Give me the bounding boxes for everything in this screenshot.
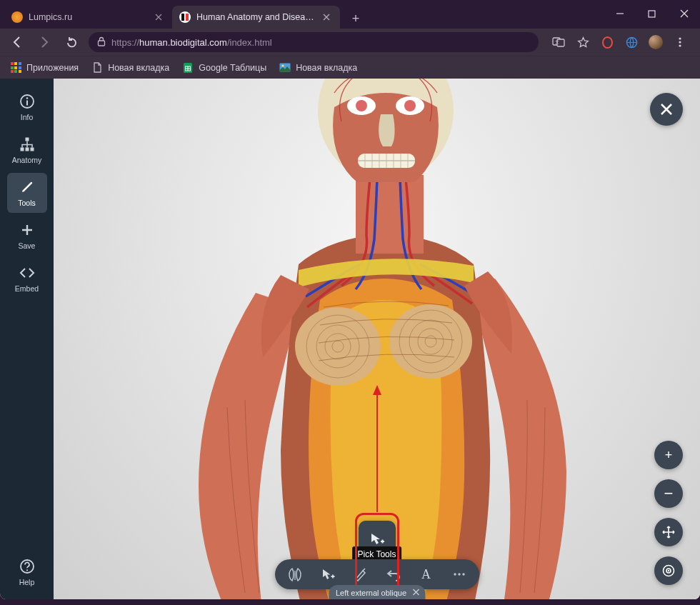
translate-icon[interactable]: 文: [551, 35, 566, 49]
sidebar-item-tools[interactable]: Tools: [7, 173, 47, 213]
svg-rect-21: [26, 101, 28, 106]
hierarchy-icon: [19, 136, 36, 153]
toolbar-more-button[interactable]: [444, 561, 475, 588]
zoom-out-button[interactable]: −: [654, 479, 683, 508]
url-input[interactable]: https://human.biodigital.com/index.html: [89, 32, 539, 52]
plus-icon: [19, 221, 36, 239]
tab-close-icon[interactable]: [152, 11, 165, 24]
bookmarks-bar: Приложения Новая вкладка Google Таблицы …: [0, 56, 700, 79]
toolbar-pick-button[interactable]: [312, 561, 344, 588]
svg-text:文: 文: [555, 39, 559, 44]
back-button[interactable]: [7, 32, 27, 52]
browser-window: Lumpics.ru Human Anatomy and Disease in …: [0, 0, 700, 605]
url-text: https://human.biodigital.com/index.html: [111, 37, 530, 48]
svg-point-60: [462, 573, 464, 575]
tab-lumpics[interactable]: Lumpics.ru: [4, 6, 172, 29]
sidebar-item-save[interactable]: Save: [7, 216, 47, 256]
bookmark-label: Новая вкладка: [296, 63, 357, 73]
favicon-lumpics: [11, 11, 23, 23]
sidebar-item-anatomy[interactable]: Anatomy: [7, 130, 47, 170]
image-icon: [279, 62, 291, 74]
svg-point-59: [458, 573, 460, 575]
svg-rect-0: [181, 14, 184, 21]
svg-point-29: [389, 304, 472, 379]
opera-ext-icon[interactable]: [600, 35, 614, 49]
bookmark-label: Приложения: [26, 63, 79, 73]
svg-rect-3: [649, 11, 655, 17]
bookmark-newtab-2[interactable]: Новая вкладка: [279, 62, 357, 74]
svg-rect-25: [30, 148, 34, 151]
window-controls: [604, 0, 700, 29]
titlebar: Lumpics.ru Human Anatomy and Disease in …: [0, 0, 700, 29]
toolbar-dissect-button[interactable]: [345, 561, 376, 588]
svg-point-28: [295, 307, 381, 386]
selection-chip[interactable]: Left external oblique: [329, 585, 425, 599]
minimize-button[interactable]: [604, 0, 636, 27]
sidebar-item-embed[interactable]: Embed: [7, 259, 47, 299]
svg-rect-23: [20, 148, 24, 151]
toolbar-xray-button[interactable]: [279, 561, 311, 588]
svg-point-11: [679, 41, 681, 43]
sidebar-item-info[interactable]: Info: [7, 87, 47, 127]
annotation-arrow: [370, 385, 384, 514]
bookmark-star-icon[interactable]: [576, 35, 590, 49]
sheets-icon: [182, 62, 194, 74]
sidebar-item-help[interactable]: Help: [7, 552, 47, 592]
maximize-button[interactable]: [636, 0, 668, 27]
sidebar-item-label: Anatomy: [12, 156, 41, 164]
svg-point-55: [668, 570, 669, 571]
sidebar-item-label: Embed: [15, 284, 39, 293]
bookmark-label: Google Таблицы: [199, 63, 266, 73]
tab-title: Human Anatomy and Disease in: [196, 12, 314, 22]
app-viewport: Info Anatomy Tools Save Embed Help: [0, 79, 700, 599]
code-icon: [19, 264, 36, 281]
help-icon: [19, 558, 36, 575]
svg-point-8: [603, 37, 612, 48]
recenter-button[interactable]: [654, 556, 683, 585]
svg-point-12: [679, 44, 681, 46]
svg-point-27: [26, 569, 27, 571]
sidebar-item-label: Info: [21, 113, 34, 121]
svg-point-18: [282, 64, 284, 66]
zoom-in-button[interactable]: +: [654, 441, 683, 469]
reload-button[interactable]: [61, 32, 81, 52]
close-window-button[interactable]: [668, 0, 700, 27]
toolbar-annotate-button[interactable]: A: [411, 561, 442, 588]
svg-point-10: [679, 37, 681, 39]
menu-button[interactable]: [673, 35, 687, 49]
svg-rect-24: [25, 148, 29, 151]
app-sidebar: Info Anatomy Tools Save Embed Help: [0, 79, 54, 599]
svg-rect-1: [186, 14, 189, 21]
sidebar-item-label: Help: [19, 578, 35, 586]
sidebar-item-label: Tools: [18, 199, 36, 207]
tabs-row: Lumpics.ru Human Anatomy and Disease in …: [0, 0, 366, 29]
globe-ext-icon[interactable]: [624, 35, 639, 49]
bookmark-sheets[interactable]: Google Таблицы: [182, 62, 266, 74]
svg-point-43: [404, 100, 416, 111]
bookmark-apps[interactable]: Приложения: [10, 62, 79, 74]
tab-biodigital[interactable]: Human Anatomy and Disease in: [172, 6, 340, 29]
view-controls: + −: [654, 441, 683, 585]
svg-rect-22: [25, 138, 29, 141]
svg-point-58: [454, 573, 456, 575]
lock-icon: [97, 36, 106, 49]
forward-button[interactable]: [34, 32, 54, 52]
bookmark-label: Новая вкладка: [108, 63, 169, 73]
toolbar-actions: 文: [546, 35, 693, 49]
tab-title: Lumpics.ru: [29, 12, 146, 22]
address-bar: https://human.biodigital.com/index.html …: [0, 29, 700, 56]
file-icon: [91, 62, 103, 74]
favicon-biodigital: [179, 11, 191, 23]
new-tab-button[interactable]: +: [346, 9, 366, 29]
toolbar-undo-button[interactable]: [378, 561, 409, 588]
tab-close-icon[interactable]: [320, 11, 333, 24]
selection-chip-close-icon[interactable]: [412, 589, 419, 597]
close-viewer-button[interactable]: [650, 93, 683, 126]
selection-chip-label: Left external oblique: [336, 589, 406, 597]
profile-avatar[interactable]: [649, 35, 663, 49]
pan-button[interactable]: [654, 518, 683, 546]
bookmark-newtab-1[interactable]: Новая вкладка: [91, 62, 169, 74]
anatomy-canvas[interactable]: + − Pick Tools: [54, 79, 700, 599]
pencil-icon: [19, 179, 36, 196]
svg-point-20: [26, 97, 28, 99]
